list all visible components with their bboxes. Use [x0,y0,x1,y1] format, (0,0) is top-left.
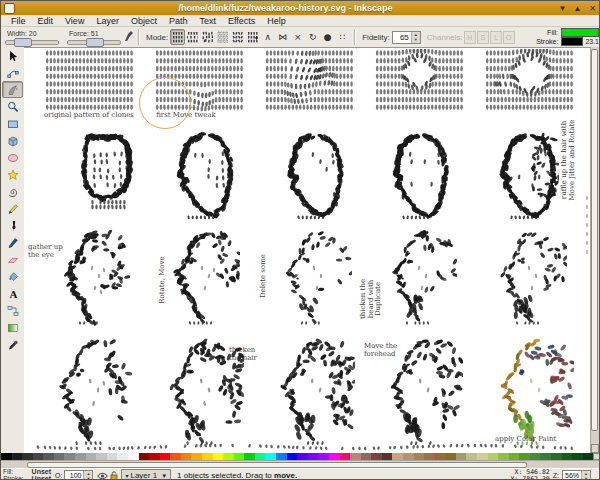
palette-swatch[interactable] [128,453,139,460]
mode-jitter-button[interactable] [200,29,215,45]
palette-scroll-button[interactable] [593,453,600,460]
palette-swatch[interactable] [318,453,329,460]
palette-swatch[interactable] [456,453,467,460]
palette-swatch[interactable] [361,453,372,460]
menu-layer[interactable]: Layer [90,15,125,27]
next-row-preview[interactable] [34,444,590,452]
palette-swatch[interactable] [297,453,308,460]
palette-swatch[interactable] [1,453,12,460]
proto-face-3[interactable] [270,130,346,221]
fidelity-spinbox[interactable]: 65 ▲▼ [392,31,421,44]
palette-swatch[interactable] [234,453,245,460]
proto-face-5[interactable] [483,130,559,221]
palette-swatch[interactable] [562,453,573,460]
menu-text[interactable]: Text [193,15,222,27]
palette-swatch[interactable] [22,453,33,460]
palette-swatch[interactable] [340,453,351,460]
vertical-scrollbar[interactable] [590,47,599,453]
tool-gradient-button[interactable] [2,319,23,336]
tool-pencil-button[interactable] [2,200,23,217]
palette-swatch[interactable] [265,453,276,460]
tool-eraser-button[interactable] [2,251,23,268]
mode-attract-repel-button[interactable]: × [290,29,305,45]
palette-swatch[interactable] [64,453,75,460]
palette-swatch[interactable] [191,453,202,460]
palette-swatch[interactable] [403,453,414,460]
palette-swatch[interactable] [202,453,213,460]
mode-color-paint-button[interactable]: ● [320,29,335,45]
mode-roughen-button[interactable]: ↻ [305,29,320,45]
tool-rectangle-button[interactable] [2,115,23,132]
palette-swatch[interactable] [308,453,319,460]
tool-text-button[interactable]: A [2,285,23,302]
menu-effects[interactable]: Effects [222,15,261,27]
canvas-annotation[interactable]: Rotate, Move [159,256,167,303]
tool-connector-button[interactable] [2,302,23,319]
palette-swatch[interactable] [519,453,530,460]
layer-lock-toggle[interactable] [110,471,118,480]
canvas-annotation[interactable]: ruffle up the hair withMove Jitter and R… [561,120,576,201]
opacity-spinbox[interactable]: 100 ▲▼ [64,470,93,480]
palette-swatch[interactable] [509,453,520,460]
palette-swatch[interactable] [414,453,425,460]
palette-swatch[interactable] [255,453,266,460]
palette-swatch[interactable] [86,453,97,460]
palette-swatch[interactable] [488,453,499,460]
canvas-annotation[interactable]: Move theforehead [364,343,397,358]
proto-face-4[interactable] [375,130,451,221]
clone-grid-wave[interactable] [265,49,355,115]
palette-swatch[interactable] [382,453,393,460]
palette-swatch[interactable] [445,453,456,460]
scrollbar-corner-button[interactable] [591,444,599,453]
palette-swatch[interactable] [530,453,541,460]
palette-swatch[interactable] [43,453,54,460]
palette-swatch[interactable] [117,453,128,460]
palette-swatch[interactable] [244,453,255,460]
palette-swatch[interactable] [498,453,509,460]
palette-swatch[interactable] [223,453,234,460]
shade-button[interactable]: ▼ [556,3,569,14]
layer-selector[interactable]: ▾ Layer 1 ▼ [121,469,171,480]
menu-object[interactable]: Object [125,15,163,27]
palette-swatch[interactable] [583,453,594,460]
width-slider[interactable] [5,38,57,45]
tool-calligraphy-button[interactable] [2,234,23,251]
mode-rotate-button[interactable] [230,29,245,45]
palette-swatch[interactable] [160,453,171,460]
face-deleted[interactable] [270,230,352,328]
palette-swatch[interactable] [466,453,477,460]
menu-path[interactable]: Path [163,15,194,27]
canvas[interactable]: original pattern of clonesfirst Move twe… [24,47,593,454]
tool-selector-button[interactable] [2,47,23,64]
tool-node-editor-button[interactable] [2,64,23,81]
mode-move-in-out-button[interactable] [185,29,200,45]
palette-swatch[interactable] [107,453,118,460]
palette-swatch[interactable] [12,453,23,460]
palette-swatch[interactable] [96,453,107,460]
palette-swatch[interactable] [329,453,340,460]
face-rotate-move[interactable] [158,230,240,328]
canvas-annotation[interactable]: thicken thebeard withDuplicate [360,279,383,319]
menu-view[interactable]: View [59,15,90,27]
mode-push-button[interactable]: ∧ [260,29,275,45]
face-colored[interactable] [482,338,575,449]
proto-face-2[interactable] [160,130,236,221]
canvas-annotation[interactable]: gather upthe eye [28,244,63,259]
palette-swatch[interactable] [572,453,583,460]
palette-swatch[interactable] [424,453,435,460]
palette-swatch[interactable] [181,453,192,460]
tool-star-button[interactable] [2,166,23,183]
clone-grid-hole-2[interactable] [485,49,575,115]
menu-file[interactable]: File [5,15,32,27]
tool-zoom-button[interactable] [2,98,23,115]
palette-swatch[interactable] [477,453,488,460]
mode-color-jitter-button[interactable]: ∷ [335,29,350,45]
tool-pen-button[interactable] [2,217,23,234]
tool-ellipse-button[interactable] [2,149,23,166]
palette-swatch[interactable] [350,453,361,460]
face-beard-2[interactable] [485,230,567,328]
mode-scale-button[interactable] [215,29,230,45]
menu-help[interactable]: Help [261,15,292,27]
tool-tweak-button[interactable] [2,81,23,98]
palette-swatch[interactable] [149,453,160,460]
